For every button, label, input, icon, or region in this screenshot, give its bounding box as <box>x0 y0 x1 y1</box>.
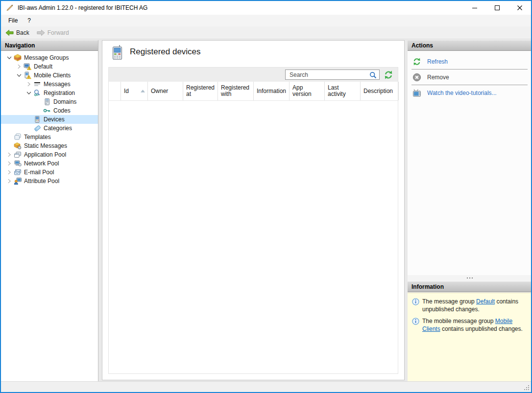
column-header-last-activity[interactable]: Last activity <box>325 82 361 100</box>
actions-list: RefreshRemoveWatch the video-tutorials..… <box>408 51 531 275</box>
column-header-app-version[interactable]: App version <box>290 82 325 100</box>
status-bar <box>1 381 531 392</box>
nav-item-application-pool[interactable]: Application Pool <box>1 150 98 159</box>
nav-item-label: Static Messages <box>24 142 67 149</box>
refresh-list-button[interactable] <box>383 69 394 80</box>
info-text-prefix: The message group <box>422 298 476 305</box>
categories-icon <box>33 124 41 132</box>
minimize-button[interactable] <box>463 1 486 15</box>
chevron-right-icon[interactable] <box>5 168 13 176</box>
chevron-down-icon[interactable] <box>25 89 33 97</box>
column-header-description[interactable]: Description <box>361 82 399 100</box>
nav-item-messages[interactable]: Messages <box>1 80 98 89</box>
nav-item-static-messages[interactable]: Static Messages <box>1 141 98 150</box>
column-label: Id <box>124 88 129 94</box>
action-watch-the-video-tutorials[interactable]: Watch the video-tutorials... <box>408 86 531 100</box>
nav-item-network-pool[interactable]: Network Pool <box>1 159 98 168</box>
templates-icon <box>14 133 22 141</box>
column-header-information[interactable]: Information <box>254 82 290 100</box>
chevron-down-icon[interactable] <box>15 71 23 79</box>
action-divider <box>411 85 528 85</box>
close-icon <box>517 5 523 11</box>
panel-splitter[interactable] <box>408 275 531 281</box>
splitter-dots-icon <box>469 277 470 278</box>
column-header-registered-at[interactable]: Registered at <box>183 82 218 100</box>
menu-item-file[interactable]: File <box>3 15 23 26</box>
attribute-pool-icon <box>14 177 22 185</box>
tv-icon <box>412 89 421 97</box>
nav-item-registration[interactable]: Registration <box>1 89 98 97</box>
default-group-icon <box>24 63 31 70</box>
chevron-spacer <box>5 133 13 141</box>
nav-item-label: Message Groups <box>24 54 69 61</box>
list-toolbar <box>109 68 398 82</box>
window-controls <box>463 1 531 15</box>
maximize-button[interactable] <box>486 1 508 15</box>
nav-item-devices[interactable]: Devices <box>1 115 98 124</box>
close-button[interactable] <box>508 1 531 15</box>
nav-item-default[interactable]: Default <box>1 62 98 71</box>
nav-item-label: Registration <box>44 90 75 96</box>
information-header: Information <box>408 281 531 292</box>
column-header-registered-with[interactable]: Registered with <box>218 82 254 100</box>
column-label: Registered with <box>221 85 251 97</box>
actions-header: Actions <box>408 40 531 51</box>
nav-item-mobile-clients[interactable]: Mobile Clients <box>1 71 98 80</box>
chevron-spacer <box>25 116 33 123</box>
application-pool-icon <box>14 151 22 159</box>
column-label: Information <box>257 88 286 94</box>
menu-item-help[interactable]: ? <box>23 15 36 26</box>
action-label: Watch the video-tutorials... <box>427 90 497 96</box>
column-header-row-selector[interactable] <box>109 82 121 100</box>
resize-grip-icon[interactable] <box>528 389 529 390</box>
static-messages-icon <box>14 142 22 150</box>
information-content: The message group Default contains unpub… <box>408 293 531 381</box>
chevron-spacer <box>25 124 33 132</box>
chevron-right-icon[interactable] <box>5 151 13 159</box>
message-groups-icon <box>14 54 22 62</box>
chevron-down-icon[interactable] <box>5 54 13 62</box>
minimize-icon <box>472 5 478 11</box>
remove-icon <box>412 73 421 82</box>
email-pool-icon <box>14 168 22 176</box>
chevron-right-icon[interactable] <box>5 177 13 185</box>
mobile-clients-icon <box>24 71 31 79</box>
column-header-id[interactable]: Id <box>121 82 148 100</box>
nav-item-e-mail-pool[interactable]: E-mail Pool <box>1 168 98 177</box>
nav-item-label: Templates <box>24 134 51 140</box>
info-icon <box>412 318 419 325</box>
nav-item-label: E-mail Pool <box>24 169 54 176</box>
nav-item-label: Default <box>34 63 52 70</box>
nav-item-templates[interactable]: Templates <box>1 133 98 141</box>
chevron-spacer <box>35 107 43 115</box>
nav-item-categories[interactable]: Categories <box>1 124 98 133</box>
search-input[interactable] <box>286 70 367 79</box>
chevron-right-icon[interactable] <box>5 160 13 167</box>
navigation-header: Navigation <box>1 40 98 51</box>
nav-item-label: Categories <box>44 125 72 132</box>
chevron-right-icon[interactable] <box>25 80 33 88</box>
network-pool-icon <box>14 160 22 167</box>
info-link-default[interactable]: Default <box>476 298 495 305</box>
app-window: IBI-aws Admin 1.22.0 - registered for IB… <box>0 0 532 393</box>
nav-item-label: Network Pool <box>24 160 59 167</box>
nav-item-domains[interactable]: Domains <box>1 97 98 106</box>
action-remove[interactable]: Remove <box>408 70 531 84</box>
info-text-prefix: The mobile message group <box>422 318 495 324</box>
column-header-owner[interactable]: Owner <box>148 82 183 100</box>
forward-button[interactable]: Forward <box>34 28 72 38</box>
back-button[interactable]: Back <box>2 28 32 38</box>
mobile-device-icon <box>112 45 123 60</box>
action-refresh[interactable]: Refresh <box>408 54 531 69</box>
title-bar: IBI-aws Admin 1.22.0 - registered for IB… <box>1 1 531 15</box>
info-icon <box>412 298 419 305</box>
nav-item-codes[interactable]: Codes <box>1 106 98 115</box>
devices-icon <box>33 116 41 123</box>
search-icon[interactable] <box>369 71 377 79</box>
action-divider <box>411 69 528 69</box>
back-label: Back <box>16 29 29 36</box>
nav-item-attribute-pool[interactable]: Attribute Pool <box>1 177 98 185</box>
chevron-right-icon[interactable] <box>15 63 23 70</box>
nav-item-message-groups[interactable]: Message Groups <box>1 53 98 62</box>
info-message-text: The mobile message group Mobile Clients … <box>422 317 523 333</box>
